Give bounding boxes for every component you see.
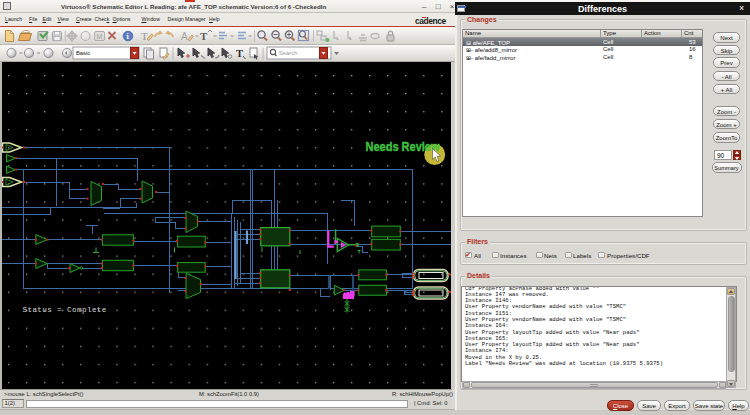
svg-text:T: T [236,48,243,59]
svg-text:Status = Complete: Status = Complete [23,306,107,314]
svg-text:Basic: Basic [76,50,90,56]
svg-text:Search: Search [279,50,297,56]
svg-text:A: A [181,31,188,42]
svg-text:Needs Review: Needs Review [366,139,440,154]
svg-text:T: T [141,30,148,42]
svg-text:T: T [200,30,208,42]
svg-text:M: M [97,33,103,40]
